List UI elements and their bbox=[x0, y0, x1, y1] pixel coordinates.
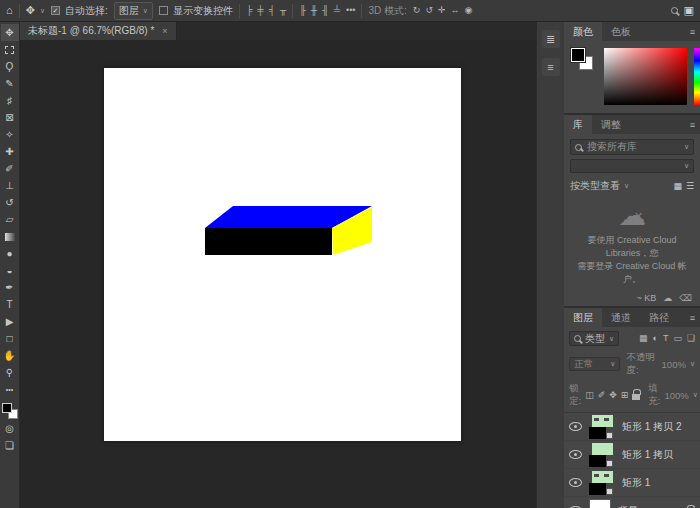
vector-mask-thumbnail[interactable] bbox=[589, 455, 606, 467]
layer-name[interactable]: 矩形 1 拷贝 bbox=[622, 448, 694, 462]
quick-selection-tool[interactable]: ✎ bbox=[1, 75, 19, 92]
home-icon[interactable]: ⌂ bbox=[6, 5, 13, 16]
distribute-right-icon[interactable]: ╢ bbox=[322, 6, 328, 15]
distribute-center-icon[interactable]: ╫ bbox=[311, 6, 317, 15]
camera-3d-icon[interactable]: ◉ bbox=[464, 6, 472, 15]
lock-transparent-pixels-icon[interactable]: ◫ bbox=[585, 391, 594, 400]
foreground-color-swatch[interactable] bbox=[571, 48, 585, 62]
marquee-tool[interactable] bbox=[1, 41, 19, 58]
align-center-icon[interactable]: ╪ bbox=[257, 6, 263, 15]
layer-visibility-eye-icon[interactable] bbox=[569, 422, 582, 431]
libraries-search-input[interactable]: 搜索所有库 ∨ bbox=[570, 139, 694, 155]
lock-position-icon[interactable]: ✥ bbox=[609, 391, 617, 400]
auto-select-checkbox[interactable]: ✓ 自动选择: bbox=[51, 4, 108, 18]
brush-tool[interactable]: ✐ bbox=[1, 160, 19, 177]
box-front-face[interactable] bbox=[205, 228, 332, 255]
search-icon[interactable] bbox=[671, 7, 678, 14]
blend-mode-select[interactable]: 正常 ∨ bbox=[569, 357, 620, 371]
tab-adjustments[interactable]: 调整 bbox=[592, 115, 630, 134]
panel-menu-icon[interactable]: ≡ bbox=[685, 308, 700, 327]
quick-mask-button[interactable]: ◎ bbox=[1, 420, 19, 437]
layer-visibility-eye-icon[interactable] bbox=[569, 478, 582, 487]
saturation-brightness-picker[interactable] bbox=[604, 48, 687, 105]
layer-visibility-eye-icon[interactable] bbox=[569, 450, 582, 459]
layer-name[interactable]: 矩形 1 拷贝 2 bbox=[622, 420, 694, 434]
layer-name[interactable]: 矩形 1 bbox=[622, 476, 694, 490]
slide-3d-icon[interactable]: ↔ bbox=[450, 6, 459, 15]
align-top-icon[interactable]: ╥ bbox=[280, 6, 286, 15]
lock-artboard-icon[interactable]: ⊞ bbox=[621, 391, 629, 400]
history-brush-tool[interactable]: ↺ bbox=[1, 194, 19, 211]
path-selection-tool[interactable]: ▶ bbox=[1, 313, 19, 330]
orbit-3d-icon[interactable]: ↻ bbox=[413, 6, 421, 15]
tab-swatches[interactable]: 色板 bbox=[602, 22, 640, 41]
type-tool[interactable]: T bbox=[1, 296, 19, 313]
tab-paths[interactable]: 路径 bbox=[640, 308, 678, 327]
screen-mode-button[interactable]: ❏ bbox=[1, 437, 19, 454]
lock-all-icon[interactable] bbox=[632, 394, 640, 400]
gradient-tool[interactable] bbox=[1, 228, 19, 245]
trash-icon[interactable]: ⌫ bbox=[679, 293, 692, 303]
fill-value[interactable]: 100% bbox=[664, 390, 688, 401]
pixel-layer-filter-icon[interactable]: ▦ bbox=[639, 334, 648, 343]
layer-name[interactable]: 背景 bbox=[618, 504, 679, 508]
shape-tool[interactable]: □ bbox=[1, 330, 19, 347]
work-area[interactable] bbox=[20, 40, 536, 508]
eraser-tool[interactable]: ▱ bbox=[1, 211, 19, 228]
adjustment-layer-filter-icon[interactable]: ◐ bbox=[652, 334, 657, 343]
close-icon[interactable]: × bbox=[162, 26, 167, 36]
distribute-bottom-icon[interactable]: ╧ bbox=[334, 6, 340, 15]
libraries-dropdown[interactable]: ∨ bbox=[570, 159, 694, 173]
tab-color[interactable]: 颜色 bbox=[564, 22, 602, 41]
blur-tool[interactable]: ● bbox=[1, 245, 19, 262]
shape-layer-thumbnail[interactable] bbox=[589, 415, 615, 439]
healing-brush-tool[interactable]: ✚ bbox=[1, 143, 19, 160]
pen-tool[interactable]: ✒ bbox=[1, 279, 19, 296]
lock-image-pixels-icon[interactable]: ✐ bbox=[598, 391, 606, 400]
shape-layer-thumbnail[interactable] bbox=[589, 443, 615, 467]
distribute-left-icon[interactable]: ╟ bbox=[299, 6, 305, 15]
properties-panel-icon[interactable]: ≡ bbox=[542, 58, 560, 76]
layer-row[interactable]: 矩形 1 拷贝 2 bbox=[564, 413, 700, 441]
smart-object-filter-icon[interactable]: ❏ bbox=[687, 334, 695, 343]
foreground-color-swatch[interactable] bbox=[2, 403, 12, 413]
type-layer-filter-icon[interactable]: T bbox=[663, 334, 669, 343]
opacity-value[interactable]: 100% bbox=[662, 359, 686, 370]
frame-tool[interactable]: ⊠ bbox=[1, 109, 19, 126]
roll-3d-icon[interactable]: ↺ bbox=[425, 6, 433, 15]
background-layer-thumbnail[interactable] bbox=[589, 499, 611, 508]
sync-cloud-icon[interactable]: ☁ bbox=[663, 293, 672, 303]
panel-menu-icon[interactable]: ≡ bbox=[685, 115, 700, 134]
more-options-icon[interactable]: ••• bbox=[346, 6, 355, 15]
hue-slider[interactable] bbox=[694, 48, 700, 105]
workspace-switcher-icon[interactable]: ▣ bbox=[684, 5, 694, 16]
pan-3d-icon[interactable]: ✛ bbox=[438, 6, 446, 15]
align-left-icon[interactable]: ╞ bbox=[246, 6, 252, 15]
tab-libraries[interactable]: 库 bbox=[564, 115, 592, 134]
hand-tool[interactable]: ✋ bbox=[1, 347, 19, 364]
shape-layer-thumbnail[interactable] bbox=[589, 471, 615, 495]
current-tool-icon[interactable]: ✥ ∨ bbox=[26, 5, 45, 16]
vector-mask-thumbnail[interactable] bbox=[589, 483, 606, 495]
tab-channels[interactable]: 通道 bbox=[602, 308, 640, 327]
panel-menu-icon[interactable]: ≡ bbox=[685, 22, 700, 41]
grid-view-icon[interactable]: ▦ bbox=[673, 181, 682, 191]
eyedropper-tool[interactable]: ✧ bbox=[1, 126, 19, 143]
list-view-icon[interactable]: ☰ bbox=[686, 181, 694, 191]
move-tool[interactable]: ✥ bbox=[1, 24, 19, 41]
show-transform-checkbox[interactable]: 显示变换控件 bbox=[159, 4, 233, 18]
layer-filter-dropdown[interactable]: 类型 ∨ bbox=[569, 331, 619, 346]
layer-row[interactable]: 矩形 1 拷贝 bbox=[564, 441, 700, 469]
crop-tool[interactable]: ♯ bbox=[1, 92, 19, 109]
more-tools[interactable]: ••• bbox=[1, 381, 19, 398]
lasso-tool[interactable]: Ϙ bbox=[1, 58, 19, 75]
layer-row[interactable]: 矩形 1 bbox=[564, 469, 700, 497]
dodge-tool[interactable]: ◒ bbox=[1, 262, 19, 279]
auto-select-target-dropdown[interactable]: 图层 ∨ bbox=[114, 2, 153, 20]
toolbar-color-swatches[interactable] bbox=[1, 402, 19, 420]
layer-row[interactable]: 背景 bbox=[564, 497, 700, 508]
document-canvas[interactable] bbox=[104, 68, 461, 441]
history-panel-icon[interactable]: ≣ bbox=[542, 30, 560, 48]
align-right-icon[interactable]: ╡ bbox=[269, 6, 275, 15]
view-by-type-label[interactable]: 按类型查看 bbox=[570, 179, 620, 193]
